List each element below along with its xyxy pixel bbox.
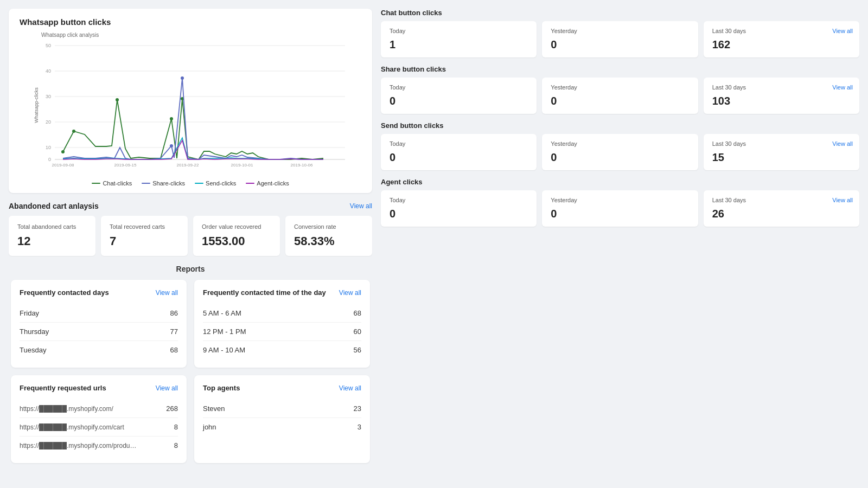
send-today-card: Today 0 [381, 134, 537, 170]
freq-urls-row-1: https://██████.myshopify.com/cart 8 [20, 418, 178, 436]
svg-text:2019-10-06: 2019-10-06 [291, 163, 313, 168]
agent-yesterday-value: 0 [551, 208, 689, 220]
freq-days-label-2: Tuesday [20, 346, 46, 354]
freq-days-row-0: Friday 86 [20, 304, 178, 323]
freq-time-value-0: 68 [354, 309, 361, 317]
stat-label-recovered: Total recovered carts [110, 223, 179, 230]
legend-agent: Agent-clicks [246, 180, 289, 187]
chat-30days-card: Last 30 days 162 View all [704, 21, 859, 57]
chart-svg-container: Whatsapp-clicks 50 40 30 20 10 0 [20, 40, 361, 176]
chat-clicks-row: Today 1 Yesterday 0 Last 30 days 162 Vie… [381, 21, 859, 57]
chat-clicks-title: Chat button clicks [381, 9, 859, 17]
agent-today-value: 0 [390, 208, 528, 220]
send-30days-value: 15 [712, 151, 851, 164]
chat-yesterday-label: Yesterday [551, 28, 689, 34]
freq-urls-value-2: 8 [174, 441, 178, 450]
report-card-top-agents-title: Top agents [203, 384, 240, 392]
send-30days-label: Last 30 days [712, 140, 851, 147]
top-agents-row-0: Steven 23 [203, 400, 361, 418]
chat-today-value: 1 [390, 38, 528, 51]
share-clicks-title: Share button clicks [381, 65, 859, 73]
freq-time-label-0: 5 AM - 6 AM [203, 309, 241, 317]
svg-text:20: 20 [46, 119, 51, 125]
chat-today-card: Today 1 [381, 21, 537, 57]
abandoned-cart-view-all[interactable]: View all [350, 202, 372, 210]
send-today-label: Today [390, 140, 528, 147]
top-agents-label-0: Steven [203, 404, 225, 413]
svg-text:10: 10 [46, 145, 51, 150]
send-30days-card: Last 30 days 15 View all [704, 134, 859, 170]
report-card-freq-days-title: Frequently contacted days [20, 288, 109, 297]
agent-yesterday-card: Yesterday 0 [542, 190, 698, 227]
share-yesterday-label: Yesterday [551, 84, 689, 91]
stat-label-conversion: Conversion rate [294, 223, 363, 230]
legend-agent-label: Agent-clicks [257, 180, 289, 187]
send-today-value: 0 [390, 151, 528, 164]
freq-days-label-0: Friday [20, 309, 39, 317]
report-card-top-agents-header: Top agents View all [203, 384, 361, 392]
reports-grid: Frequently contacted days View all Frida… [11, 280, 370, 463]
abandoned-cart-header: Abandoned cart anlaysis View all [9, 202, 372, 210]
agent-today-card: Today 0 [381, 190, 537, 227]
stat-card-abandoned: Total abandoned carts 12 [9, 216, 95, 256]
svg-point-22 [170, 117, 173, 120]
share-clicks-section: Share button clicks Today 0 Yesterday 0 … [381, 65, 859, 114]
chat-yesterday-card: Yesterday 0 [542, 21, 698, 57]
report-card-freq-time-view-all[interactable]: View all [339, 289, 361, 297]
freq-urls-label-1: https://██████.myshopify.com/cart [20, 423, 124, 431]
share-30days-value: 103 [712, 95, 851, 107]
chat-30days-value: 162 [712, 38, 851, 51]
chart-inner-title: Whatsapp click analysis [41, 32, 361, 38]
abandoned-cart-section: Abandoned cart anlaysis View all Total a… [9, 202, 372, 256]
share-clicks-row: Today 0 Yesterday 0 Last 30 days 103 Vie… [381, 78, 859, 114]
svg-text:Day: Day [194, 170, 203, 170]
report-card-freq-days-view-all[interactable]: View all [156, 289, 178, 297]
send-30days-view-all[interactable]: View all [832, 140, 853, 147]
send-clicks-title: Send button clicks [381, 121, 859, 130]
agent-30days-value: 26 [712, 208, 851, 220]
cart-stats-row: Total abandoned carts 12 Total recovered… [9, 216, 372, 256]
stat-value-abandoned: 12 [17, 234, 87, 248]
legend-send: Send-clicks [195, 180, 236, 187]
freq-time-label-2: 9 AM - 10 AM [203, 346, 245, 354]
legend-share: Share-clicks [142, 180, 185, 187]
reports-title: Reports [11, 265, 370, 273]
chat-today-label: Today [390, 28, 528, 34]
chart-legend: Chat-clicks Share-clicks Send-clicks Age… [20, 180, 361, 187]
reports-section: Reports Frequently contacted days View a… [9, 265, 372, 463]
report-card-freq-urls-view-all[interactable]: View all [156, 384, 178, 392]
agent-clicks-title: Agent clicks [381, 178, 859, 186]
chat-30days-view-all[interactable]: View all [832, 28, 853, 34]
agent-clicks-row: Today 0 Yesterday 0 Last 30 days 26 View… [381, 190, 859, 227]
top-agents-label-1: john [203, 423, 216, 431]
whatsapp-chart-card: Whatsapp button clicks Whatsapp click an… [9, 9, 372, 193]
agent-30days-card: Last 30 days 26 View all [704, 190, 859, 227]
freq-urls-row-0: https://██████.myshopify.com/ 268 [20, 400, 178, 418]
report-card-freq-urls: Frequently requested urls View all https… [11, 375, 187, 463]
share-30days-view-all[interactable]: View all [832, 84, 853, 91]
top-agents-value-1: 3 [358, 423, 361, 431]
legend-chat-label: Chat-clicks [103, 180, 132, 187]
right-panel: Chat button clicks Today 1 Yesterday 0 L… [381, 9, 859, 463]
freq-urls-label-0: https://██████.myshopify.com/ [20, 405, 113, 413]
freq-days-value-1: 77 [170, 328, 178, 336]
freq-urls-row-2: https://██████.myshopify.com/products/pe… [20, 436, 178, 454]
legend-agent-dot [246, 183, 254, 184]
svg-point-19 [72, 130, 75, 133]
agent-yesterday-label: Yesterday [551, 197, 689, 203]
svg-point-18 [61, 150, 65, 153]
agent-clicks-section: Agent clicks Today 0 Yesterday 0 Last 30… [381, 178, 859, 227]
freq-time-value-2: 56 [354, 346, 361, 354]
agent-30days-view-all[interactable]: View all [832, 197, 853, 203]
report-card-top-agents-view-all[interactable]: View all [339, 384, 361, 392]
share-30days-label: Last 30 days [712, 84, 851, 91]
share-today-value: 0 [390, 95, 528, 107]
report-card-top-agents: Top agents View all Steven 23 john 3 [194, 375, 370, 463]
stat-label-abandoned: Total abandoned carts [17, 223, 87, 230]
send-yesterday-label: Yesterday [551, 140, 689, 147]
report-card-freq-urls-header: Frequently requested urls View all [20, 384, 178, 392]
share-today-card: Today 0 [381, 78, 537, 114]
stat-value-order-value: 1553.00 [202, 234, 271, 248]
svg-text:50: 50 [46, 43, 51, 48]
share-30days-card: Last 30 days 103 View all [704, 78, 859, 114]
